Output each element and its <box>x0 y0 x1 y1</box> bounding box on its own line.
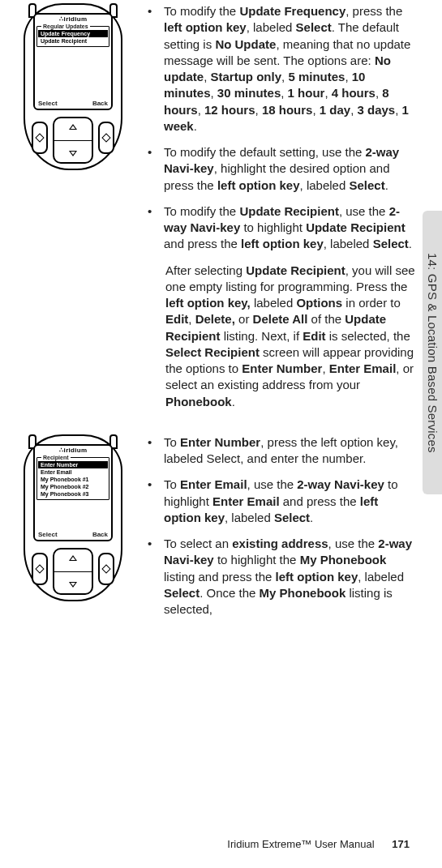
bullet-update-frequency: To modify the Update Frequency, press th… <box>148 3 418 135</box>
screen-menu: Recipient Enter Number Enter Email My Ph… <box>36 455 109 500</box>
brand-label: iridium <box>35 15 111 23</box>
bullet-icon <box>148 3 156 135</box>
nav-up-icon <box>69 555 77 561</box>
right-option-key[interactable] <box>98 553 114 585</box>
softkey-left[interactable]: Select <box>38 531 58 538</box>
navi-key[interactable] <box>53 117 93 164</box>
chapter-tab: 14: GPS & Location Based Services <box>423 211 442 494</box>
bullet-enter-number: To Enter Number, press the left option k… <box>148 434 418 468</box>
nav-down-icon <box>69 151 77 156</box>
bullet-icon <box>148 144 156 194</box>
device-illustration-2: iridium Recipient Enter Number Enter Ema… <box>8 434 138 628</box>
phone-outline: iridium Regular Updates Update Frequency… <box>24 3 122 170</box>
instruction-text-2: To Enter Number, press the left option k… <box>148 434 418 628</box>
phone-keypad <box>32 548 114 590</box>
chapter-tab-label: 14: GPS & Location Based Services <box>426 253 440 453</box>
brand-label: iridium <box>35 446 111 454</box>
page-number: 171 <box>392 838 410 850</box>
menu-item-phonebook-2[interactable]: My Phonebook #2 <box>38 483 108 490</box>
paragraph-after-recipient: After selecting Update Recipient, you wi… <box>165 263 418 410</box>
phone-screen: iridium Regular Updates Update Frequency… <box>33 13 113 110</box>
phone-outline: iridium Recipient Enter Number Enter Ema… <box>24 434 122 601</box>
section-recipient: iridium Recipient Enter Number Enter Ema… <box>8 434 418 628</box>
bullet-modify-default: To modify the default setting, use the 2… <box>148 144 418 194</box>
bullet-icon <box>148 434 156 468</box>
menu-item-phonebook-1[interactable]: My Phonebook #1 <box>38 476 108 483</box>
bullet-update-recipient: To modify the Update Recipient, use the … <box>148 203 418 253</box>
instruction-text-1: To modify the Update Frequency, press th… <box>148 3 418 420</box>
screen-menu-title: Regular Updates <box>41 24 90 29</box>
nav-up-icon <box>69 124 77 130</box>
navi-key[interactable] <box>53 548 93 595</box>
section-regular-updates: iridium Regular Updates Update Frequency… <box>8 0 418 420</box>
softkey-right[interactable]: Back <box>92 100 108 107</box>
nav-divider <box>54 571 92 572</box>
bullet-icon <box>148 203 156 253</box>
screen-menu: Regular Updates Update Frequency Update … <box>36 24 109 47</box>
manual-page: 14: GPS & Location Based Services iridiu… <box>0 0 442 868</box>
menu-item-update-frequency[interactable]: Update Frequency <box>38 30 108 37</box>
bullet-icon <box>148 477 156 526</box>
left-option-key[interactable] <box>32 122 48 154</box>
left-option-key[interactable] <box>32 553 48 585</box>
phone-keypad <box>32 117 114 159</box>
softkey-right[interactable]: Back <box>92 531 108 538</box>
nav-down-icon <box>69 582 77 588</box>
menu-item-enter-email[interactable]: Enter Email <box>38 468 108 476</box>
bullet-icon <box>148 536 156 618</box>
page-footer: Iridium Extreme™ User Manual 171 <box>227 838 410 850</box>
softkey-left[interactable]: Select <box>38 100 58 107</box>
screen-menu-title: Recipient <box>41 455 71 460</box>
bullet-enter-email: To Enter Email, use the 2-way Navi-key t… <box>148 477 418 526</box>
phone-screen: iridium Recipient Enter Number Enter Ema… <box>33 444 113 541</box>
bullet-existing-address: To select an existing address, use the 2… <box>148 536 418 618</box>
menu-item-enter-number[interactable]: Enter Number <box>38 461 108 468</box>
device-illustration-1: iridium Regular Updates Update Frequency… <box>8 3 138 420</box>
footer-title: Iridium Extreme™ User Manual <box>227 838 374 850</box>
nav-divider <box>54 140 92 141</box>
menu-item-update-recipient[interactable]: Update Recipient <box>38 37 108 45</box>
menu-item-phonebook-3[interactable]: My Phonebook #3 <box>38 490 108 498</box>
right-option-key[interactable] <box>98 122 114 154</box>
